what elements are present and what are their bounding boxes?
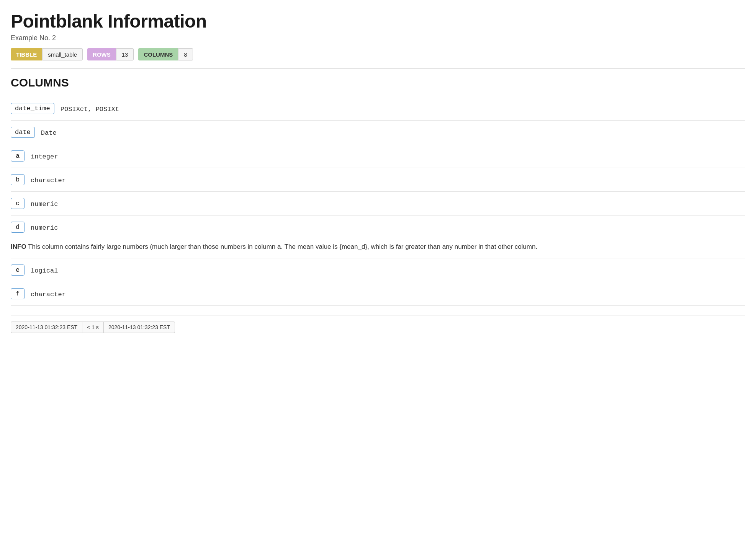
columns-label-badge: COLUMNS (138, 48, 178, 60)
column-row: bcharacter (11, 168, 745, 192)
footer-start-time: 2020-11-13 01:32:23 EST (11, 322, 82, 333)
subtitle: Example No. 2 (11, 34, 745, 42)
column-row: dnumericINFO This column contains fairly… (11, 215, 745, 258)
rows-label-badge: ROWS (87, 48, 116, 60)
section-divider (11, 68, 745, 69)
page-title: Pointblank Information (11, 11, 745, 32)
column-type: Date (41, 128, 57, 137)
badges-row: TIBBLE small_table ROWS 13 COLUMNS 8 (11, 48, 745, 60)
column-name-box: a (11, 150, 25, 162)
footer-row: 2020-11-13 01:32:23 EST < 1 s 2020-11-13… (11, 315, 745, 333)
columns-value-badge: 8 (178, 48, 193, 60)
column-row: cnumeric (11, 192, 745, 215)
column-type: character (31, 289, 66, 298)
rows-value-badge: 13 (116, 48, 134, 60)
column-main: dnumeric (11, 222, 58, 233)
column-name-box: c (11, 198, 25, 209)
column-name-box: date_time (11, 103, 54, 114)
footer-end-time: 2020-11-13 01:32:23 EST (104, 322, 175, 333)
column-type: logical (31, 266, 58, 274)
column-row: elogical (11, 258, 745, 282)
section-title: COLUMNS (11, 76, 745, 89)
column-type: numeric (31, 223, 58, 232)
tibble-label-badge: TIBBLE (11, 48, 42, 60)
column-row: ainteger (11, 144, 745, 168)
column-row: dateDate (11, 121, 745, 144)
column-name-box: d (11, 222, 25, 233)
column-name-box: e (11, 264, 25, 276)
tibble-value-badge: small_table (42, 48, 83, 60)
column-info: INFO This column contains fairly large n… (11, 242, 537, 252)
column-type: POSIXct, POSIXt (61, 104, 119, 113)
column-name-box: f (11, 288, 25, 299)
column-row: date_timePOSIXct, POSIXt (11, 97, 745, 121)
column-name-box: date (11, 127, 35, 138)
column-type: integer (31, 152, 58, 160)
column-type: character (31, 175, 66, 184)
footer-duration: < 1 s (82, 322, 104, 333)
column-row: fcharacter (11, 282, 745, 306)
column-type: numeric (31, 199, 58, 208)
column-name-box: b (11, 174, 25, 185)
columns-list: date_timePOSIXct, POSIXtdateDateainteger… (11, 97, 745, 306)
